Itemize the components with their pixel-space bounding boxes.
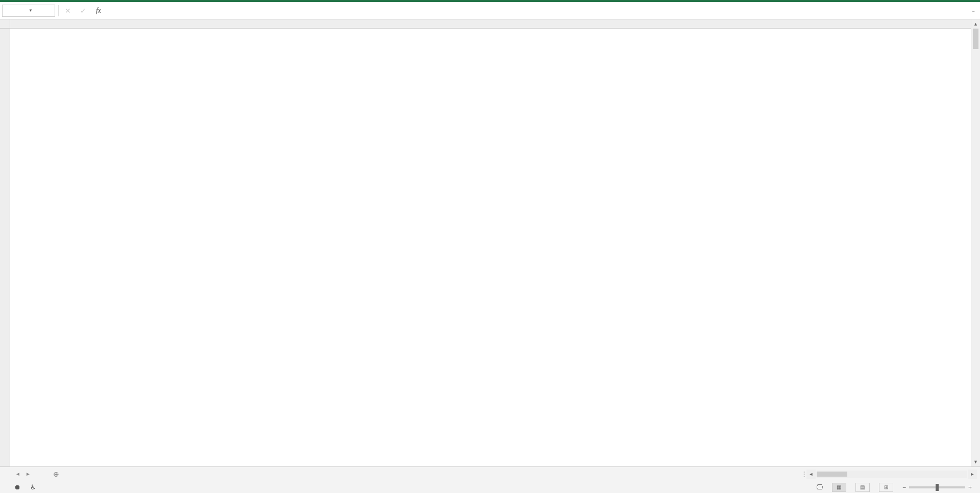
select-all-corner[interactable]	[0, 19, 10, 29]
display-settings-button[interactable]: 🖵	[816, 483, 823, 491]
zoom-knob[interactable]	[936, 484, 939, 491]
chevron-down-icon[interactable]: ▼	[29, 8, 52, 13]
add-sheet-button[interactable]: ⊕	[46, 467, 66, 481]
zoom-out-button[interactable]: −	[902, 484, 906, 491]
accessibility-icon: ♿︎	[30, 483, 36, 491]
zoom-in-button[interactable]: +	[968, 484, 972, 491]
normal-view-button[interactable]: ▦	[832, 483, 846, 492]
zoom-control[interactable]: − +	[902, 484, 975, 491]
vertical-scrollbar[interactable]: ▲ ▼	[971, 19, 980, 466]
macro-record-icon[interactable]: ⏺	[14, 483, 21, 491]
enter-icon[interactable]: ✓	[77, 5, 89, 17]
page-break-view-button[interactable]: ⊞	[879, 483, 893, 492]
spacer	[66, 467, 801, 481]
column-headers[interactable]	[10, 19, 971, 29]
scroll-right-icon[interactable]: ►	[968, 470, 977, 479]
cells-area[interactable]	[10, 29, 971, 466]
cancel-icon[interactable]: ✕	[62, 5, 74, 17]
scroll-up-icon[interactable]: ▲	[971, 19, 980, 29]
vscroll-track[interactable]	[971, 29, 980, 457]
tab-prev-icon[interactable]: ◄	[15, 471, 20, 477]
status-bar: ⏺ ♿︎ 🖵 ▦ ▤ ⊞ − +	[0, 481, 980, 493]
zoom-slider[interactable]	[909, 486, 965, 488]
fx-icon[interactable]: fx	[92, 5, 105, 17]
formula-input[interactable]	[108, 5, 967, 17]
scroll-left-icon[interactable]: ◄	[806, 470, 816, 479]
sheet-tabs-row: ◄ ► ⊕ ⋮ ◄ ►	[0, 466, 980, 481]
row-headers[interactable]	[0, 29, 10, 466]
horizontal-scrollbar[interactable]: ◄ ►	[806, 467, 980, 481]
expand-formula-bar-icon[interactable]: ⌄	[970, 8, 980, 13]
hscroll-thumb[interactable]	[817, 472, 847, 477]
vscroll-thumb[interactable]	[973, 29, 978, 49]
page-layout-view-button[interactable]: ▤	[855, 483, 870, 492]
hscroll-track[interactable]	[817, 471, 967, 478]
tabs-resize-handle[interactable]: ⋮	[801, 467, 806, 481]
tab-nav[interactable]: ◄ ►	[0, 467, 46, 481]
monitor-icon: 🖵	[816, 483, 823, 491]
spreadsheet-grid[interactable]: ▲ ▼	[0, 19, 980, 466]
name-box[interactable]: ▼	[2, 5, 55, 17]
scroll-down-icon[interactable]: ▼	[971, 457, 980, 466]
divider	[58, 5, 59, 16]
tab-next-icon[interactable]: ►	[26, 471, 31, 477]
formula-bar: ▼ ✕ ✓ fx ⌄	[0, 2, 980, 19]
accessibility-status[interactable]: ♿︎	[30, 483, 36, 491]
